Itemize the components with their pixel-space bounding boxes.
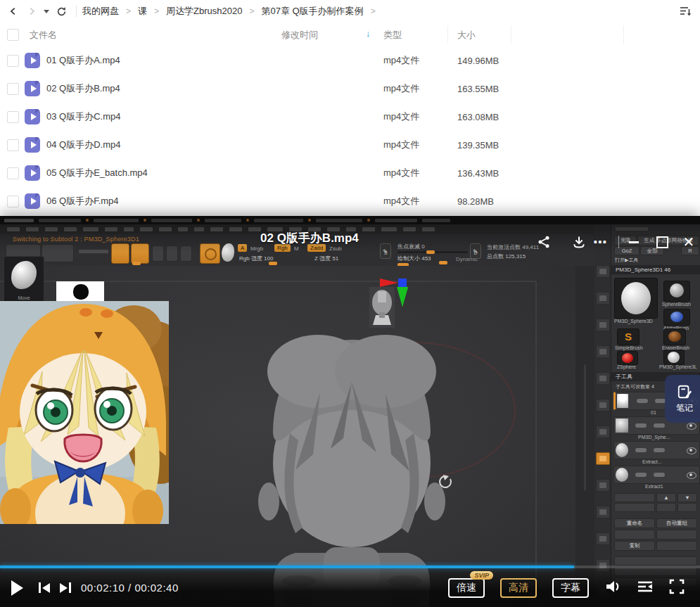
panel-button[interactable] — [656, 541, 697, 551]
slider-handle[interactable] — [132, 262, 141, 265]
breadcrumb-item-zbrush[interactable]: 周达学Zbrush2020 — [166, 5, 242, 18]
column-size[interactable]: 大小 — [457, 29, 476, 41]
next-button[interactable] — [60, 582, 71, 593]
duplicate-button[interactable]: 复制 — [614, 541, 655, 551]
row-checkbox[interactable] — [7, 55, 19, 67]
brush-thumbnail[interactable] — [617, 351, 638, 365]
table-row[interactable]: 05 Q版手办E_batch.mp4 mp4文件 136.43MB — [0, 159, 700, 187]
play-button[interactable] — [11, 580, 23, 596]
slider-handle[interactable] — [439, 261, 447, 264]
table-row[interactable]: 06 Q版手办F.mp4 mp4文件 98.28MB — [0, 187, 700, 215]
shelf-icon[interactable] — [596, 319, 610, 331]
table-row[interactable]: 04 Q版手办D.mp4 mp4文件 139.35MB — [0, 131, 700, 159]
panel-button[interactable] — [614, 530, 655, 539]
sort-direction-icon[interactable]: ↓ — [366, 28, 371, 39]
slider-handle[interactable] — [269, 262, 277, 265]
subtool-list-button[interactable] — [614, 493, 655, 502]
shelf-icon[interactable] — [596, 532, 610, 545]
folder-icon-button[interactable] — [677, 503, 697, 512]
folder-icon-button[interactable] — [656, 503, 676, 512]
maximize-button[interactable] — [653, 233, 671, 251]
subtool-slider[interactable] — [635, 448, 647, 452]
row-checkbox[interactable] — [7, 167, 19, 179]
shelf-icon[interactable] — [596, 345, 610, 358]
column-type[interactable]: 类型 — [383, 29, 402, 41]
file-name[interactable]: 02 Q版手办B.mp4 — [46, 82, 120, 95]
subtitle-button[interactable]: 字幕 — [552, 578, 589, 598]
alpha-preview[interactable] — [56, 281, 104, 301]
previous-button[interactable] — [39, 582, 50, 593]
draw-size-label[interactable]: 绘制大小 453 — [397, 255, 431, 262]
quality-button[interactable]: 高清 — [500, 578, 537, 598]
back-button[interactable] — [4, 2, 23, 20]
forward-button[interactable] — [23, 2, 41, 20]
shelf-icon[interactable] — [596, 426, 610, 438]
subtool-slider[interactable] — [637, 399, 648, 403]
sort-view-button[interactable] — [679, 5, 692, 20]
shelf-icon[interactable] — [596, 372, 610, 385]
current-tool-thumbnail[interactable] — [614, 278, 658, 319]
column-modified[interactable]: 修改时间 — [281, 29, 318, 41]
brush-thumbnail[interactable]: S — [617, 328, 639, 345]
subtool-slider[interactable] — [654, 423, 665, 428]
shelf-icon[interactable] — [596, 399, 610, 411]
subtool-row[interactable] — [613, 441, 700, 459]
more-button[interactable]: ⋯ — [591, 233, 609, 251]
subtool-slider[interactable] — [654, 448, 665, 452]
move-up-button[interactable]: ▲ — [656, 493, 676, 502]
history-dropdown[interactable] — [41, 2, 52, 20]
refresh-button[interactable] — [52, 2, 70, 20]
shelf-icon[interactable] — [596, 479, 610, 492]
material-thumbnail[interactable]: Move — [4, 256, 44, 302]
brush-thumbnail[interactable] — [663, 309, 690, 326]
brush-thumbnail[interactable] — [663, 350, 685, 365]
eye-icon[interactable] — [687, 423, 696, 430]
file-name[interactable]: 03 Q版手办C.mp4 — [46, 110, 120, 123]
select-all-checkbox[interactable] — [7, 29, 19, 41]
file-name[interactable]: 01 Q版手办A.mp4 — [46, 54, 120, 67]
subtool-slider[interactable] — [635, 423, 647, 428]
folder-button[interactable] — [614, 503, 655, 512]
canvas-scrollbar[interactable] — [584, 364, 586, 491]
tool-header[interactable]: PM3D_Sphere3D1 46 — [611, 265, 700, 274]
table-row[interactable]: 03 Q版手办C.mp4 mp4文件 163.08MB — [0, 103, 700, 131]
shelf-icon[interactable] — [596, 292, 610, 305]
speed-button[interactable]: 倍速 SVIP — [448, 578, 485, 598]
panel-button[interactable] — [656, 530, 697, 539]
z-intensity-label[interactable]: Z 强度 51 — [314, 255, 338, 262]
fullscreen-button[interactable] — [669, 579, 685, 597]
playlist-button[interactable] — [637, 580, 654, 596]
panel-button[interactable] — [614, 556, 697, 566]
eye-icon[interactable] — [687, 472, 696, 479]
rgb-intensity-label[interactable]: Rgb 强度 100 — [239, 255, 273, 262]
shelf-icon[interactable] — [596, 265, 610, 278]
download-button[interactable] — [570, 233, 588, 251]
breadcrumb-item-course[interactable]: 课 — [138, 5, 147, 18]
row-checkbox[interactable] — [7, 83, 19, 95]
shelf-icon[interactable] — [596, 506, 610, 518]
file-name[interactable]: 05 Q版手办E_batch.mp4 — [46, 167, 148, 179]
volume-button[interactable] — [604, 579, 621, 597]
file-name[interactable]: 06 Q版手办F.mp4 — [46, 195, 119, 207]
column-name[interactable]: 文件名 — [30, 29, 57, 41]
move-down-button[interactable]: ▼ — [677, 493, 697, 502]
notes-button[interactable]: 笔记 — [665, 375, 700, 423]
row-checkbox[interactable] — [7, 196, 19, 207]
breadcrumb-item-root[interactable]: 我的网盘 — [82, 5, 119, 18]
minimize-button[interactable] — [625, 233, 643, 251]
camera-bust-widget[interactable] — [369, 287, 395, 328]
breadcrumb-item-chapter[interactable]: 第07章 Q版手办制作案例 — [261, 5, 363, 18]
table-row[interactable]: 01 Q版手办A.mp4 mp4文件 149.96MB — [0, 46, 700, 75]
open-tool-label[interactable]: 打开▶工具 — [615, 257, 638, 264]
brush-thumbnail[interactable] — [663, 328, 686, 345]
brush-thumbnail[interactable] — [663, 281, 690, 302]
row-checkbox[interactable] — [7, 139, 19, 151]
auto-reorder-button[interactable]: 自动重组 — [656, 518, 697, 528]
subtool-row[interactable] — [613, 466, 700, 484]
close-button[interactable]: ✕ — [680, 233, 698, 251]
row-checkbox[interactable] — [7, 111, 19, 123]
share-button[interactable] — [535, 233, 553, 251]
rename-button[interactable]: 重命名 — [614, 518, 655, 528]
file-name[interactable]: 04 Q版手办D.mp4 — [46, 139, 120, 151]
shelf-icon-active[interactable] — [596, 452, 610, 465]
